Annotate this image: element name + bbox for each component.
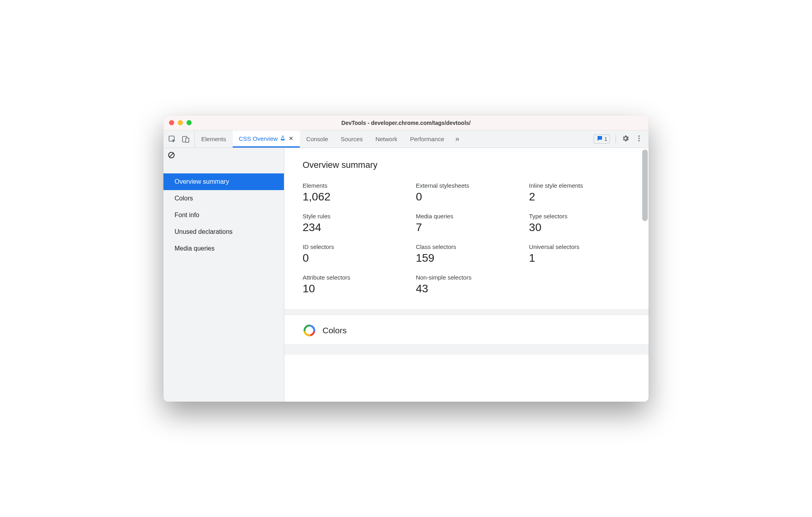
color-ring-icon: [303, 324, 316, 337]
close-tab-icon[interactable]: ✕: [289, 135, 293, 142]
panel-tabs: Elements CSS Overview ✕ Console Sources …: [163, 130, 649, 148]
zoom-window-button[interactable]: [186, 120, 192, 125]
sidebar-item-font-info[interactable]: Font info: [163, 207, 284, 224]
stat-media-queries: Media queries7: [416, 213, 517, 234]
kebab-menu-icon[interactable]: [635, 134, 643, 144]
device-toolbar-icon[interactable]: [182, 135, 190, 143]
tab-css-overview[interactable]: CSS Overview ✕: [233, 130, 300, 148]
window-title: DevTools - developer.chrome.com/tags/dev…: [163, 120, 649, 126]
sidebar-item-media-queries[interactable]: Media queries: [163, 240, 284, 257]
tab-performance[interactable]: Performance: [404, 130, 451, 148]
inspect-toolbar: [163, 130, 195, 148]
tab-network[interactable]: Network: [369, 130, 404, 148]
stat-elements: Elements1,062: [303, 182, 404, 203]
section-separator: [284, 344, 649, 355]
stat-non-simple-selectors: Non-simple selectors43: [416, 274, 517, 295]
svg-line-7: [169, 153, 173, 157]
tab-sources[interactable]: Sources: [334, 130, 369, 148]
stat-id-selectors: ID selectors0: [303, 243, 404, 264]
sidebar-item-unused-declarations[interactable]: Unused declarations: [163, 224, 284, 240]
svg-rect-2: [186, 138, 189, 142]
stat-external-stylesheets: External stylesheets0: [416, 182, 517, 203]
colors-section-title: Colors: [322, 326, 347, 335]
section-separator: [284, 309, 649, 315]
stat-class-selectors: Class selectors159: [416, 243, 517, 264]
stat-universal-selectors: Universal selectors1: [529, 243, 630, 264]
page-heading: Overview summary: [303, 160, 630, 170]
svg-point-3: [638, 136, 639, 137]
colors-section-header[interactable]: Colors: [303, 315, 630, 344]
close-window-button[interactable]: [169, 120, 174, 125]
titlebar: DevTools - developer.chrome.com/tags/dev…: [163, 115, 649, 130]
tab-elements[interactable]: Elements: [195, 130, 233, 148]
settings-icon[interactable]: [622, 134, 629, 144]
tab-console[interactable]: Console: [300, 130, 334, 148]
sidebar: Overview summary Colors Font info Unused…: [163, 148, 284, 402]
stats-grid: Elements1,062 External stylesheets0 Inli…: [303, 182, 630, 309]
stat-type-selectors: Type selectors30: [529, 213, 630, 234]
flask-icon: [280, 135, 286, 142]
svg-point-4: [638, 138, 639, 139]
issues-button[interactable]: 1: [594, 134, 610, 144]
stat-attribute-selectors: Attribute selectors10: [303, 274, 404, 295]
sidebar-item-colors[interactable]: Colors: [163, 190, 284, 207]
clear-icon[interactable]: [167, 154, 175, 160]
inspect-element-icon[interactable]: [168, 135, 176, 143]
scrollbar-thumb[interactable]: [642, 150, 648, 221]
content-area: Overview summary Elements1,062 External …: [284, 148, 649, 402]
divider: [616, 135, 616, 144]
more-tabs-button[interactable]: »: [451, 130, 464, 148]
svg-point-5: [638, 140, 639, 141]
stat-style-rules: Style rules234: [303, 213, 404, 234]
devtools-window: DevTools - developer.chrome.com/tags/dev…: [163, 115, 649, 402]
stat-inline-style-elements: Inline style elements2: [529, 182, 630, 203]
sidebar-item-overview-summary[interactable]: Overview summary: [163, 173, 284, 190]
window-controls: [169, 120, 192, 125]
issues-count: 1: [604, 136, 607, 142]
minimize-window-button[interactable]: [178, 120, 183, 125]
chat-icon: [596, 135, 603, 143]
